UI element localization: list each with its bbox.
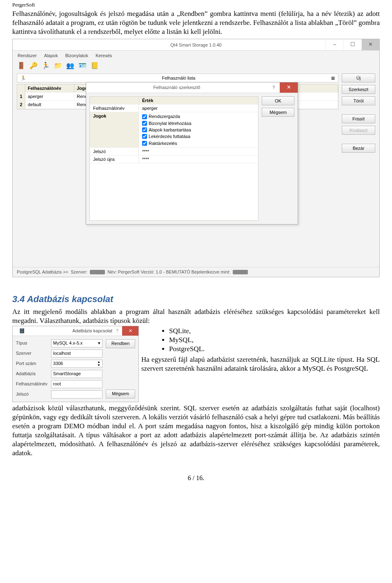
bullet-list: SQLite, MySQL, PostgreSQL. [162, 327, 380, 354]
megsem-button[interactable]: Mégsem [106, 389, 135, 398]
menu-alapok[interactable]: Alapok [44, 53, 58, 58]
menu-rendszer[interactable]: Rendszer [18, 53, 37, 58]
db-dialog-title: Adatbázis kapcsolat [72, 328, 112, 334]
chk-bizonylat[interactable] [142, 121, 147, 126]
menubar: Rendszer Alapok Bizonylatok Keresés [13, 51, 379, 60]
subtab-user-list: 🏃 Felhasználó lista ⊠ [17, 73, 339, 82]
status-user-blur: xx [233, 270, 248, 275]
chevron-down-icon: ▾ [98, 340, 100, 346]
close-window-button[interactable]: ✕ [361, 39, 379, 50]
row-password2-label: Jelszó újra [90, 156, 139, 163]
page-number: 6 / 16. [12, 474, 380, 483]
user-editor-dialog: Felhasználó szerkesztő ? ✕ Érték Felhasz… [86, 82, 298, 225]
cancel-button[interactable]: Mégsem [262, 108, 294, 117]
chk-alapok[interactable] [142, 127, 147, 132]
dialog-title: Felhasználó szerkesztő [86, 85, 267, 90]
database-input[interactable]: SmartStorage [51, 370, 102, 378]
dbpassword-input[interactable] [51, 390, 102, 398]
label-type: Típus [16, 340, 49, 346]
help-icon[interactable]: ? [267, 82, 280, 93]
page-header: PergerSoft [12, 0, 380, 9]
col-num [17, 85, 25, 92]
ok-button[interactable]: OK [262, 96, 294, 105]
refresh-button[interactable]: Frissít [342, 114, 375, 123]
label-password: Jelszó [16, 391, 49, 397]
col-user[interactable]: Felhasználónév [25, 85, 74, 92]
rights-checkboxes: Rendszergazda Bizonylat létrehozása Alap… [139, 112, 258, 147]
subtab-label: Felhasználó lista [29, 75, 328, 81]
status-server-blur: xx [90, 270, 105, 275]
body-paragraph-2b: adatbázisok közül választhatunk, meggyőz… [12, 404, 380, 458]
port-input[interactable]: 3306▲▼ [51, 360, 102, 368]
delete-button[interactable]: Töröl [342, 96, 375, 105]
close-panel-button[interactable]: Bezár [342, 144, 375, 153]
password-value[interactable]: **** [139, 148, 258, 155]
card-icon[interactable]: 🪪 [78, 61, 87, 70]
edit-button[interactable]: Szerkeszt [342, 85, 375, 94]
tab-close-icon[interactable]: ⊠ [331, 75, 335, 81]
db-icon: 🗄️ [16, 328, 71, 334]
spinner-icon[interactable]: ▲▼ [97, 360, 100, 367]
minimize-button[interactable]: – [325, 39, 343, 50]
dialog-close-button[interactable]: ✕ [280, 82, 298, 93]
rendben-button[interactable]: Rendben [106, 339, 135, 348]
window-title: Qt4 Smart Storage 1.0.40 [13, 42, 379, 48]
menu-bizonylatok[interactable]: Bizonylatok [65, 53, 88, 58]
label-server: Szerver [16, 350, 49, 356]
menu-kereses[interactable]: Keresés [96, 53, 112, 58]
user-run-icon: 🏃 [20, 75, 26, 81]
chk-raktar[interactable] [142, 141, 147, 146]
label-port: Port szám [16, 360, 49, 366]
qt-titlebar: Qt4 Smart Storage 1.0.40 – ☐ ✕ [13, 39, 379, 51]
row-password-label: Jelszó [90, 148, 139, 155]
server-input[interactable]: localhost [51, 349, 102, 358]
select-button: Kiválaszt [342, 126, 375, 135]
chk-rendszergazda[interactable] [142, 114, 147, 119]
help-icon[interactable]: ? [112, 328, 122, 334]
col-value: Érték [139, 97, 258, 104]
maximize-button[interactable]: ☐ [343, 39, 361, 50]
label-database: Adatbázis [16, 371, 49, 376]
users-icon[interactable]: 👥 [66, 61, 75, 70]
note-icon[interactable]: 📒 [90, 61, 99, 70]
new-button[interactable]: Új [342, 73, 375, 82]
type-select[interactable]: MySQL 4.x-5.x▾ [51, 339, 102, 347]
intro-paragraph: Felhasználónév, jogosultságok és jelszó … [12, 9, 380, 36]
password2-value[interactable]: **** [139, 156, 258, 163]
row-username-label: Felhasználónév [90, 105, 139, 112]
user-run-icon[interactable]: 🏃 [41, 61, 50, 70]
db-close-button[interactable]: ✕ [122, 326, 138, 336]
label-user: Felhasználónév [16, 381, 49, 387]
door-icon[interactable]: 🚪 [17, 61, 26, 70]
row-rights-label: Jogok [90, 112, 139, 147]
chk-lekerdezes[interactable] [142, 134, 147, 139]
body-paragraph-2a: Ha egyszerű fájl alapú adatbázist szeret… [141, 355, 380, 373]
body-paragraph-1: Az itt megjelenő modális ablakban a prog… [12, 307, 380, 325]
folder-icon[interactable]: 📁 [53, 61, 62, 70]
db-connection-dialog: 🗄️Adatbázis kapcsolat ? ✕ Típus MySQL 4.… [12, 326, 139, 402]
section-heading: 3.4 Adatbázis kapcsolat [12, 294, 380, 305]
username-value[interactable]: aperger [139, 105, 258, 112]
key-icon[interactable]: 🔑 [29, 61, 38, 70]
status-bar: PostgreSQL Adatbázis >> Szerver: xx Név:… [13, 267, 379, 276]
dbuser-input[interactable]: root [51, 380, 102, 388]
